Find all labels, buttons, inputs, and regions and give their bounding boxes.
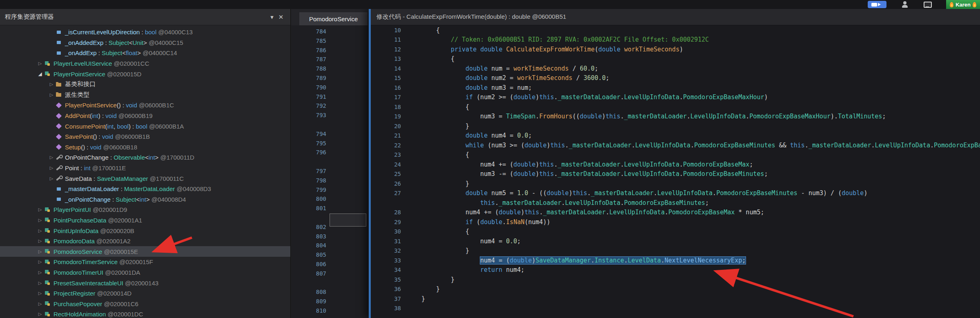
tree-item[interactable]: ▷ProjectRegister @0200014D <box>0 288 290 299</box>
code-line[interactable]: 25num3 -= (double)this._masterDataLoader… <box>371 169 980 179</box>
tree-item[interactable]: ◢PlayerPointService @0200015D <box>0 69 290 79</box>
tree-item[interactable]: _onPointChange : Subject<int> @040008D4 <box>0 194 290 205</box>
expand-icon[interactable]: ▷ <box>36 311 44 317</box>
code-line[interactable]: 32} <box>371 246 980 256</box>
tree-item[interactable]: ▷基类和接口 <box>0 79 290 90</box>
tree-item[interactable]: ▷PomodoroTimerUI @020001DA <box>0 267 290 278</box>
code-text: } <box>401 285 440 293</box>
tree-item[interactable]: ▷派生类型 <box>0 90 290 100</box>
tree-item[interactable]: ▷PointUpInfoData @0200020B <box>0 225 290 236</box>
code-line[interactable]: 22while (num3 >= (double)this._masterDat… <box>371 140 980 150</box>
close-icon[interactable] <box>276 13 285 21</box>
tree-item[interactable]: _onAddExp : Subject<float> @04000C14 <box>0 48 290 58</box>
code-editor[interactable]: 10{11// Token: 0x06000B51 RID: 2897 RVA:… <box>371 25 980 318</box>
code-line[interactable]: 26} <box>371 179 980 189</box>
code-line[interactable]: 23{ <box>371 150 980 160</box>
code-line[interactable]: 20} <box>371 121 980 131</box>
tree-item[interactable]: ▷PomodoroService @0200015E <box>0 246 290 257</box>
expand-icon[interactable]: ▷ <box>36 61 44 66</box>
expand-icon[interactable]: ▷ <box>36 249 44 254</box>
tree-item[interactable]: ▷PresetSaveInteractableUI @02000143 <box>0 278 290 288</box>
tree-item[interactable]: ▷PomodoroTimerService @0200015F <box>0 257 290 267</box>
editor-panel: PomodoroService 784785786787788789790791… <box>291 9 369 318</box>
expand-icon[interactable]: ▷ <box>36 301 44 307</box>
expand-icon[interactable]: ▷ <box>36 280 44 286</box>
code-line[interactable]: 38 <box>371 304 980 314</box>
tree-item-label: _onAddExp : Subject<float> @04000C14 <box>65 49 177 56</box>
tree-item[interactable]: ConsumePoint(int, bool) : bool @06000B1A <box>0 121 290 131</box>
code-line[interactable]: 27double num5 = 1.0 - ((double)this._mas… <box>371 189 980 198</box>
code-line[interactable]: 15double num2 = workTimeSeconds / 3600.0… <box>371 73 980 83</box>
tab-pomodoroservice[interactable]: PomodoroService <box>299 12 368 25</box>
tree-item[interactable]: ▷PurchasePopover @020001C6 <box>0 298 290 309</box>
code-line[interactable]: 16double num3 = num; <box>371 83 980 93</box>
expand-icon[interactable]: ▷ <box>36 207 44 212</box>
dialog-titlebar[interactable]: 修改代码 - CalculateExpFromWorkTime(double) … <box>371 9 980 25</box>
expand-icon[interactable]: ▷ <box>47 155 56 160</box>
expand-icon[interactable]: ▷ <box>36 228 44 233</box>
expand-icon[interactable]: ▷ <box>36 218 44 223</box>
code-line[interactable]: 13{ <box>371 54 980 64</box>
line-number: 790 <box>303 83 326 92</box>
code-line[interactable]: 24num4 += (double)this._masterDataLoader… <box>371 160 980 169</box>
tree-item[interactable]: ▷Point : int @1700011E <box>0 163 290 173</box>
code-line[interactable]: 14double num = workTimeSeconds / 60.0; <box>371 64 980 73</box>
code-line[interactable]: 10{ <box>371 25 980 35</box>
expand-icon[interactable]: ▷ <box>47 176 56 181</box>
tree-item-label: OnPointChange : Observable<int> @1700011… <box>65 154 194 161</box>
tree-item[interactable]: ▷RectHoldAnimation @020001DC <box>0 309 290 318</box>
class-icon <box>44 71 51 77</box>
line-number <box>303 213 326 222</box>
expand-icon[interactable]: ▷ <box>36 259 44 265</box>
tree-item[interactable]: SavePoint() : void @06000B1B <box>0 131 290 142</box>
expand-icon[interactable]: ▷ <box>36 270 44 275</box>
line-number: 789 <box>303 73 326 83</box>
expand-icon[interactable]: ▷ <box>47 82 56 87</box>
code-line[interactable]: 19num3 = TimeSpan.FromHours((double)this… <box>371 112 980 122</box>
code-line[interactable]: 31num4 = 0.0; <box>371 236 980 246</box>
stream-chat-icon[interactable] <box>868 1 886 8</box>
class-icon <box>44 207 51 213</box>
tree-item[interactable]: Setup() : void @06000B18 <box>0 142 290 153</box>
code-line[interactable]: this._masterDataLoader.LevelUpInfoData.P… <box>371 198 980 208</box>
line-number: 792 <box>303 101 326 111</box>
expand-icon[interactable]: ▷ <box>36 291 44 296</box>
code-line[interactable]: 37} <box>371 294 980 304</box>
tree-item[interactable]: AddPoint(int) : void @06000B19 <box>0 111 290 121</box>
tree-item[interactable]: ▷PlayerLevelUIService @020001CC <box>0 58 290 69</box>
line-number: 28 <box>371 209 401 216</box>
tree-item-label: PomodoroTimerService @0200015F <box>53 258 153 265</box>
line-number: 786 <box>303 46 326 55</box>
tree-item[interactable]: _onAddedExp : Subject<Unit> @04000C15 <box>0 38 290 48</box>
tree-item[interactable]: _masterDataLoader : MasterDataLoader @04… <box>0 184 290 194</box>
line-number: 10 <box>371 27 401 33</box>
code-line[interactable]: 11// Token: 0x06000B51 RID: 2897 RVA: 0x… <box>371 35 980 45</box>
tree-item[interactable]: ▷PointPurchaseData @020001A1 <box>0 215 290 226</box>
tree-item[interactable]: ▷OnPointChange : Observable<int> @170001… <box>0 152 290 163</box>
collapse-icon[interactable]: ◢ <box>36 71 44 77</box>
code-line[interactable]: 33num4 = (double)SaveDataManager.Instanc… <box>371 256 980 265</box>
code-line[interactable]: 35} <box>371 275 980 285</box>
scrollbar-thumb[interactable] <box>330 213 366 227</box>
code-line[interactable]: 12private double CalculateExpFromWorkTim… <box>371 44 980 54</box>
expand-icon[interactable]: ▷ <box>36 238 44 244</box>
tree-item[interactable]: ▷PomodoroData @020001A2 <box>0 236 290 247</box>
expand-icon[interactable]: ▷ <box>47 165 56 171</box>
code-line[interactable]: 34return num4; <box>371 265 980 275</box>
code-line[interactable]: 21double num4 = 0.0; <box>371 131 980 141</box>
expand-icon[interactable]: ▷ <box>47 92 56 98</box>
code-line[interactable]: 36} <box>371 285 980 294</box>
code-line[interactable]: 30{ <box>371 227 980 237</box>
class-icon <box>44 259 51 265</box>
tree-item[interactable]: _isCurrentLevelUpDirection : bool @04000… <box>0 27 290 38</box>
code-line[interactable]: 18{ <box>371 102 980 112</box>
tree-item[interactable]: PlayerPointService() : void @06000B1C <box>0 100 290 111</box>
tree-item[interactable]: ▷PlayerPointUI @020001D9 <box>0 205 290 215</box>
code-line[interactable]: 29if (double.IsNaN(num4)) <box>371 217 980 227</box>
code-line[interactable]: 28num4 += (double)this._masterDataLoader… <box>371 208 980 218</box>
chevron-down-icon[interactable] <box>267 13 276 21</box>
line-number: 25 <box>371 171 401 177</box>
tree-item[interactable]: ▷SaveData : SaveDataManager @1700011C <box>0 173 290 184</box>
line-number: 18 <box>371 104 401 110</box>
code-line[interactable]: 17if (num2 >= (double)this._masterDataLo… <box>371 93 980 102</box>
